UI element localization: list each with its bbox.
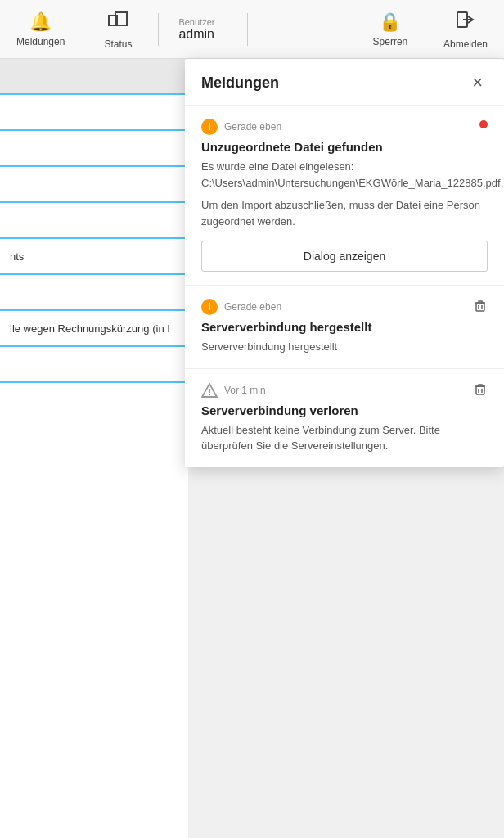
notif-3-title: Serververbindung verloren [201,403,488,417]
status-label: Status [104,38,132,50]
notif-3-delete-button[interactable] [470,381,491,403]
bg-row-6 [0,347,188,383]
benutzer-label: Benutzer [178,17,214,27]
notif-2-body: Serververbindung hergestellt [201,339,488,355]
bg-row-nts: nts [0,239,188,275]
meldungen-dropdown: Meldungen × i Gerade eben Unzugeordnete … [185,59,504,467]
notif-1-body2: Um den Import abzuschließen, muss der Da… [201,197,488,229]
nav-user: Benutzer admin [162,11,244,48]
notification-item-3: Vor 1 min Serververbindung verloren Aktu… [185,369,504,467]
notif-1-body: Es wurde eine Datei eingelesen: C:\Users… [201,159,488,191]
notif-1-unread-dot [479,120,488,128]
notif-2-delete-button[interactable] [470,297,491,319]
notif-2-time: Gerade eben [224,301,281,313]
username-label: admin [178,27,214,42]
bg-row-empty-1 [0,59,188,95]
close-button[interactable]: × [467,72,488,93]
notif-2-title: Serververbindung hergestellt [201,320,488,334]
notif-1-info-icon: i [201,119,218,135]
bg-row-nts-text: nts [10,250,24,263]
notif-3-time: Vor 1 min [224,385,266,396]
background-content: nts lle wegen Rechnungskürzung (in I [0,59,188,838]
bg-row-rechnung: lle wegen Rechnungskürzung (in I [0,311,188,347]
dropdown-header: Meldungen × [185,59,504,106]
nav-status[interactable]: Status [81,2,155,56]
svg-point-9 [209,394,210,395]
status-icon [107,9,128,35]
bg-row-3 [0,167,188,203]
nav-meldungen[interactable]: 🔔 Meldungen [0,5,81,54]
bg-row-1 [0,95,188,131]
dropdown-title: Meldungen [201,74,279,92]
notification-item-2: i Gerade eben Serververbindung hergestel… [185,286,504,369]
notification-item-1: i Gerade eben Unzugeordnete Datei gefund… [185,106,504,286]
nav-divider-1 [158,13,159,46]
nav-abmelden[interactable]: Abmelden [427,2,504,56]
notif-3-meta: Vor 1 min [201,382,488,399]
sperren-label: Sperren [373,36,408,47]
nav-sperren[interactable]: 🔒 Sperren [353,5,427,54]
meldungen-label: Meldungen [16,36,65,47]
svg-rect-10 [476,386,484,394]
nav-divider-2 [247,13,248,46]
notif-1-title: Unzugeordnete Datei gefunden [201,140,488,154]
logout-icon [455,9,476,35]
lock-icon: 🔒 [379,11,401,33]
navbar: 🔔 Meldungen Status Benutzer admin 🔒 Sper… [0,0,504,59]
notif-1-meta: i Gerade eben [201,119,488,135]
bg-row-2 [0,131,188,167]
nav-right: 🔒 Sperren Abmelden [353,2,504,56]
svg-rect-4 [476,303,484,311]
notif-3-warning-icon [201,382,218,399]
abmelden-label: Abmelden [443,38,488,50]
notif-3-body: Aktuell besteht keine Verbindung zum Ser… [201,422,488,454]
notif-2-meta: i Gerade eben [201,299,488,315]
notif-2-info-icon: i [201,299,218,315]
dialog-anzeigen-button[interactable]: Dialog anzeigen [201,241,488,272]
bg-row-rechnung-text: lle wegen Rechnungskürzung (in I [10,322,170,335]
bg-row-4 [0,203,188,239]
notif-1-time: Gerade eben [224,121,281,133]
bg-row-5 [0,275,188,311]
bell-icon: 🔔 [29,11,52,33]
